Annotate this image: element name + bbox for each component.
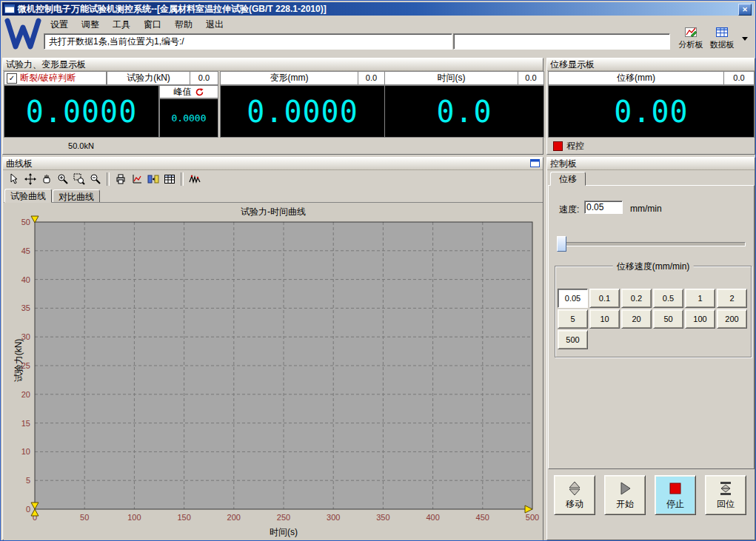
return-home-icon — [717, 480, 735, 497]
displacement-display-panel: 位移显示板 位移(mm) 0.0 0.00 程控 — [546, 58, 755, 155]
speed-preset-button[interactable]: 500 — [558, 330, 588, 349]
hand-icon[interactable] — [39, 171, 55, 187]
speed-preset-button[interactable]: 20 — [621, 309, 652, 329]
undock-panel-icon[interactable] — [530, 159, 541, 168]
svg-text:15: 15 — [21, 419, 30, 428]
control-tab-page: 速度: mm/min 位移速度(mm/min) 0.05 0.1 0.2 0.5… — [548, 185, 755, 469]
speed-group-title: 位移速度(mm/min) — [613, 261, 694, 273]
fracture-judge-checkbox[interactable]: ✓ 断裂/破碎判断 — [4, 71, 107, 85]
svg-text:35: 35 — [21, 303, 30, 312]
status-text: 共打开数据1条,当前位置为1,编号:/ — [49, 36, 184, 47]
speed-preset-button[interactable]: 0.05 — [558, 289, 588, 308]
speed-preset-button[interactable]: 2 — [717, 289, 747, 308]
control-panel: 控制板 位移 速度: mm/min 位移速度(mm/min) 0.05 0.1 … — [546, 157, 755, 540]
export-icon[interactable] — [145, 171, 161, 187]
status-field[interactable]: 共打开数据1条,当前位置为1,编号:/ — [44, 33, 452, 50]
speed-preset-button[interactable]: 10 — [589, 309, 620, 329]
deform-small-value: 0.0 — [358, 71, 385, 85]
stop-button[interactable]: 停止 — [655, 475, 696, 515]
analysis-panel-button[interactable]: 分析板 — [675, 25, 707, 52]
move-button[interactable]: 移动 — [554, 475, 595, 515]
print-icon[interactable] — [113, 171, 129, 187]
svg-text:5: 5 — [26, 476, 30, 485]
svg-text:100: 100 — [127, 513, 141, 522]
curve-chart[interactable]: 0501001502002503003504004505000510152025… — [4, 203, 543, 540]
force-display: 0.0000 — [4, 85, 159, 138]
peak-reset-icon[interactable] — [195, 87, 204, 97]
pan-icon[interactable] — [22, 171, 39, 187]
data-table-icon[interactable] — [161, 171, 178, 187]
speed-label: 速度: — [559, 204, 579, 216]
speed-preset-button[interactable]: 50 — [653, 309, 683, 329]
time-small-value: 0.0 — [518, 71, 544, 85]
panel-title: 曲线板 — [3, 158, 543, 170]
speed-preset-button[interactable]: 0.2 — [621, 289, 652, 308]
checkbox-check-icon[interactable]: ✓ — [7, 73, 17, 84]
start-button[interactable]: 开始 — [604, 475, 646, 515]
zoom-out-icon[interactable] — [87, 171, 104, 187]
curve-panel: 曲线板 — [2, 157, 543, 540]
stop-square-icon — [666, 480, 684, 497]
close-icon: ✕ — [742, 6, 748, 13]
play-icon — [616, 480, 634, 497]
speed-preset-button[interactable]: 200 — [717, 309, 747, 329]
program-control-label: 程控 — [566, 140, 584, 152]
menu-item-help[interactable]: 帮助 — [168, 17, 199, 33]
displacement-small-value: 0.0 — [723, 71, 755, 85]
panel-dropdown-arrow[interactable] — [741, 33, 750, 42]
displacement-header: 位移(mm) — [548, 71, 724, 85]
zoom-window-icon[interactable] — [71, 171, 87, 187]
move-updown-icon — [566, 480, 583, 497]
speed-preset-button[interactable]: 100 — [685, 309, 715, 329]
speed-preset-button[interactable]: 0.5 — [653, 289, 683, 308]
speed-slider-thumb[interactable] — [557, 236, 566, 252]
tab-displacement[interactable]: 位移 — [550, 172, 586, 186]
panel-title: 试验力、变形显示板 — [3, 58, 543, 71]
app-icon — [4, 4, 15, 13]
curve-toolbar — [3, 170, 543, 188]
menu-item-tools[interactable]: 工具 — [106, 17, 137, 33]
return-button-label: 回位 — [717, 498, 735, 511]
menu-item-exit[interactable]: 退出 — [199, 17, 230, 33]
chart-x-axis-label: 时间(s) — [41, 526, 526, 539]
analysis-panel-label: 分析板 — [679, 39, 703, 50]
zoom-in-icon[interactable] — [55, 171, 71, 187]
force-range-label: 50.0kN — [4, 138, 158, 154]
speed-preset-button[interactable]: 0.1 — [589, 289, 620, 308]
svg-text:10: 10 — [21, 447, 30, 456]
cursor-select-icon[interactable] — [6, 171, 22, 187]
deform-display: 0.0000 — [220, 85, 385, 138]
force-deform-display-panel: 试验力、变形显示板 ✓ 断裂/破碎判断 试验力(kN) 0.0 变形(mm) 0… — [2, 58, 543, 155]
signal-icon[interactable] — [187, 171, 203, 187]
speed-preset-group: 位移速度(mm/min) 0.05 0.1 0.2 0.5 1 2 5 10 2… — [555, 266, 752, 357]
speed-preset-button[interactable]: 5 — [558, 309, 588, 329]
move-button-label: 移动 — [566, 498, 583, 511]
app-window: 微机控制电子万能试验机测控系统--[金属材料室温拉伸试验(GB/T 228.1-… — [0, 0, 756, 541]
tab-compare-curve[interactable]: 对比曲线 — [53, 189, 100, 203]
force-small-value: 0.0 — [190, 71, 218, 85]
time-header: 时间(s) — [384, 71, 518, 85]
menu-item-window[interactable]: 窗口 — [137, 17, 168, 33]
close-button[interactable]: ✕ — [738, 4, 752, 16]
toolbar-separator — [107, 172, 110, 186]
data-panel-button[interactable]: 数据板 — [706, 25, 738, 52]
status-field-secondary[interactable] — [453, 33, 670, 50]
tab-test-curve[interactable]: 试验曲线 — [4, 189, 52, 203]
peak-header: 峰值 — [159, 85, 218, 98]
curve-options-icon[interactable] — [129, 171, 145, 187]
speed-slider-track[interactable] — [558, 242, 746, 246]
menu-item-settings[interactable]: 设置 — [44, 17, 75, 33]
data-board-icon — [715, 25, 729, 38]
svg-text:300: 300 — [327, 513, 340, 522]
program-control-indicator: 程控 — [549, 138, 753, 154]
return-button[interactable]: 回位 — [705, 475, 746, 515]
menu-item-adjust[interactable]: 调整 — [75, 17, 106, 33]
svg-text:0: 0 — [26, 505, 30, 514]
svg-text:400: 400 — [426, 513, 439, 522]
chart-area: 0501001502002503003504004505000510152025… — [4, 202, 543, 540]
speed-input[interactable] — [584, 201, 623, 214]
speed-preset-button[interactable]: 1 — [685, 289, 715, 308]
stop-button-label: 停止 — [666, 498, 684, 511]
logo-mark — [7, 21, 39, 47]
data-panel-label: 数据板 — [710, 39, 735, 50]
